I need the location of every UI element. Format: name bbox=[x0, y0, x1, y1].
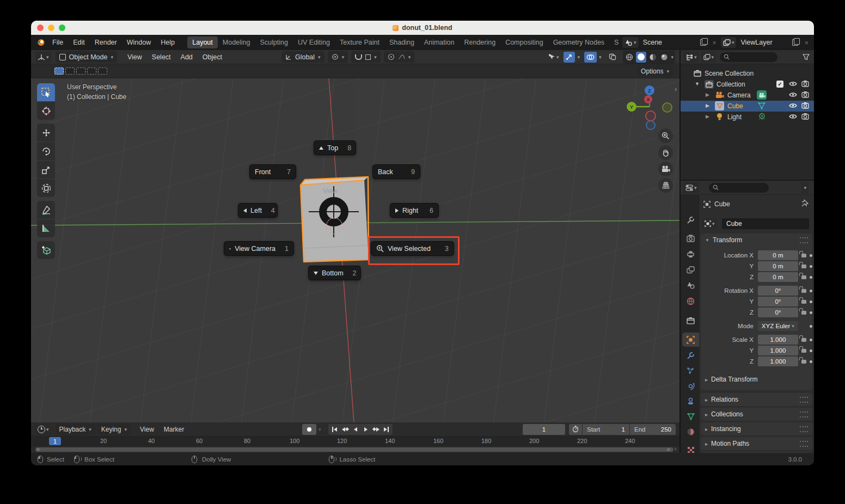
viewlayer-browse-button[interactable]: ▾ bbox=[721, 37, 737, 48]
outliner-filter-images-button[interactable]: ▾ bbox=[701, 52, 717, 63]
camera-view-button[interactable] bbox=[658, 162, 673, 176]
shading-rendered-button[interactable] bbox=[659, 52, 669, 63]
navigation-gizmo[interactable]: Z X Y bbox=[622, 79, 679, 134]
scroll-arrow[interactable]: ‹ bbox=[675, 445, 677, 452]
properties-search-input[interactable] bbox=[709, 183, 769, 193]
viewlayer-name-field[interactable]: ViewLayer bbox=[737, 37, 801, 48]
panel-grip-handle[interactable] bbox=[800, 411, 808, 417]
pie-item-front[interactable]: Front 7 bbox=[249, 164, 296, 179]
tab-uv-editing[interactable]: UV Editing bbox=[293, 36, 335, 48]
disable-render-camera-icon[interactable] bbox=[801, 80, 809, 87]
scrollbar-right-handle[interactable] bbox=[667, 448, 670, 451]
timeline-scrollbar[interactable] bbox=[35, 447, 673, 452]
tab-material[interactable] bbox=[682, 425, 699, 439]
outliner-row-cube-selected[interactable]: ▶ Cube bbox=[681, 101, 814, 112]
value-field[interactable]: 0 m bbox=[758, 272, 798, 282]
keying-dropdown[interactable]: Keying▾ bbox=[97, 423, 131, 435]
viewport-menu-add[interactable]: Add bbox=[176, 52, 198, 63]
timeline-ruler[interactable]: 1 20 40 60 80 100 120 140 160 180 200 22… bbox=[31, 437, 679, 446]
tab-sculpting[interactable]: Sculpting bbox=[255, 36, 293, 48]
outliner-filter-button[interactable] bbox=[803, 54, 810, 60]
animate-dot[interactable] bbox=[810, 290, 812, 292]
gizmo-axis-y[interactable]: Y bbox=[627, 102, 636, 112]
hide-eye-icon[interactable] bbox=[789, 91, 797, 98]
outliner-display-mode-button[interactable]: ▾ bbox=[684, 52, 699, 63]
animate-dot[interactable] bbox=[810, 254, 812, 257]
tab-modeling[interactable]: Modeling bbox=[218, 36, 255, 48]
select-mode-new[interactable] bbox=[65, 67, 75, 75]
light-data-icon[interactable] bbox=[758, 113, 766, 121]
animate-dot[interactable] bbox=[810, 339, 812, 341]
pan-view-button[interactable] bbox=[658, 145, 673, 160]
lock-toggle[interactable] bbox=[798, 349, 810, 353]
new-scene-icon[interactable] bbox=[700, 39, 706, 46]
proportional-editing-controls[interactable]: ▾ bbox=[384, 51, 415, 63]
next-keyframe-button[interactable] bbox=[371, 425, 381, 434]
animate-dot[interactable] bbox=[810, 360, 812, 363]
gizmos-toggle[interactable] bbox=[564, 52, 575, 63]
unlink-scene-icon[interactable]: × bbox=[712, 39, 717, 46]
snap-controls[interactable]: ▾ bbox=[351, 51, 381, 63]
pie-item-top[interactable]: Top 8 bbox=[314, 140, 356, 155]
zoom-view-button[interactable] bbox=[658, 128, 673, 143]
panel-motion-paths[interactable]: ▸ Motion Paths bbox=[701, 437, 812, 450]
value-field[interactable]: 0 m bbox=[758, 261, 798, 271]
disable-render-camera-icon[interactable] bbox=[801, 91, 809, 98]
shading-material-button[interactable] bbox=[648, 52, 658, 63]
disclosure-closed-icon[interactable]: ▶ bbox=[706, 114, 709, 119]
playback-dropdown[interactable]: Playback▾ bbox=[56, 423, 95, 435]
minimize-window-button[interactable] bbox=[48, 24, 54, 31]
outliner-row-collection[interactable]: ▼ Collection ✓ bbox=[681, 79, 814, 90]
pin-icon[interactable] bbox=[801, 199, 809, 207]
tool-move[interactable] bbox=[37, 124, 55, 142]
jump-to-start-button[interactable] bbox=[329, 425, 340, 434]
lock-toggle[interactable] bbox=[798, 300, 810, 304]
tab-physics[interactable] bbox=[682, 379, 699, 393]
tool-measure[interactable] bbox=[37, 219, 55, 237]
disclosure-closed-icon[interactable]: ▶ bbox=[706, 103, 709, 108]
tab-world[interactable] bbox=[682, 294, 699, 308]
tab-texture-paint[interactable]: Texture Paint bbox=[335, 36, 384, 48]
pie-item-right[interactable]: Right 6 bbox=[390, 203, 439, 218]
delta-transform-subpanel[interactable]: ▸ Delta Transform bbox=[701, 373, 812, 386]
properties-options-dropdown[interactable]: ▾ bbox=[801, 182, 809, 193]
lock-toggle[interactable] bbox=[798, 338, 810, 342]
tab-object-data[interactable] bbox=[682, 409, 699, 423]
use-preview-range-button[interactable] bbox=[569, 424, 582, 435]
tool-transform[interactable] bbox=[37, 179, 55, 197]
menu-window[interactable]: Window bbox=[122, 37, 156, 48]
animate-dot[interactable] bbox=[810, 325, 812, 328]
tab-texture[interactable] bbox=[682, 443, 699, 453]
shading-dropdown[interactable]: ▾ bbox=[671, 54, 673, 60]
timeline-editor-type-button[interactable]: ▾ bbox=[35, 424, 51, 435]
outliner-row-light[interactable]: ▶ Light bbox=[681, 112, 814, 122]
tab-scripting-truncated[interactable]: S bbox=[609, 36, 619, 48]
prev-keyframe-button[interactable] bbox=[340, 425, 350, 434]
panel-relations[interactable]: ▸ Relations bbox=[701, 393, 812, 406]
panel-grip-handle[interactable] bbox=[800, 426, 808, 432]
tab-modifiers[interactable] bbox=[682, 348, 699, 362]
tool-scale[interactable] bbox=[37, 161, 55, 179]
object-name-field[interactable]: Cube bbox=[722, 218, 809, 229]
scene-browse-button[interactable]: ▾ bbox=[622, 37, 639, 48]
select-mode-subtract[interactable] bbox=[87, 67, 96, 75]
gizmos-dropdown[interactable]: ▾ bbox=[575, 52, 582, 63]
menu-edit[interactable]: Edit bbox=[68, 37, 90, 48]
disclosure-open-icon[interactable]: ▼ bbox=[695, 81, 700, 87]
keying-set-dropdown[interactable]: ▾ bbox=[319, 427, 321, 432]
value-field[interactable]: 1.000 bbox=[758, 357, 798, 366]
panel-instancing[interactable]: ▸ Instancing bbox=[701, 422, 812, 435]
gizmo-axis-x-neg[interactable] bbox=[645, 110, 656, 121]
lock-toggle[interactable] bbox=[798, 289, 810, 293]
tab-scene[interactable] bbox=[682, 278, 699, 292]
play-reverse-button[interactable] bbox=[350, 425, 360, 434]
lock-toggle[interactable] bbox=[798, 311, 810, 315]
timeline-menu-view[interactable]: View bbox=[135, 424, 159, 435]
lock-toggle[interactable] bbox=[798, 265, 810, 268]
tab-layout[interactable]: Layout bbox=[187, 36, 218, 48]
tool-cursor[interactable] bbox=[37, 102, 55, 120]
viewport-menu-select[interactable]: Select bbox=[147, 52, 176, 63]
tab-object-active[interactable] bbox=[682, 333, 699, 347]
disclosure-closed-icon[interactable]: ▶ bbox=[706, 92, 709, 97]
properties-editor-type-button[interactable]: ▾ bbox=[683, 182, 699, 193]
